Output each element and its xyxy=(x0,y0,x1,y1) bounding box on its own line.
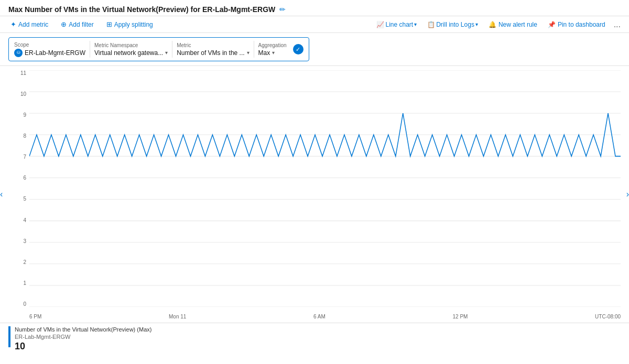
namespace-value-container[interactable]: Virtual network gatewa... ▾ xyxy=(94,49,168,57)
chart-nav-right[interactable]: › xyxy=(626,190,629,199)
chart-area: 11 10 9 8 7 6 5 4 3 2 1 0 xyxy=(8,70,621,323)
new-alert-rule-button[interactable]: 🔔 New alert rule xyxy=(486,20,539,29)
y-axis: 11 10 9 8 7 6 5 4 3 2 1 0 xyxy=(8,70,29,307)
drill-logs-icon: 📋 xyxy=(427,21,435,28)
metric-value: Number of VMs in the ... xyxy=(177,49,244,57)
add-filter-button[interactable]: ⊕ Add filter xyxy=(59,19,95,29)
page-title: Max Number of VMs in the Virtual Network… xyxy=(8,5,275,14)
scope-label: Scope xyxy=(14,42,85,48)
y-label-7: 7 xyxy=(8,154,29,160)
drill-into-logs-button[interactable]: 📋 Drill into Logs ▾ xyxy=(425,20,480,29)
chart-nav-left[interactable]: ‹ xyxy=(0,190,3,199)
metric-dropdown-icon: ▾ xyxy=(247,50,250,56)
add-metric-button[interactable]: ✦ Add metric xyxy=(8,19,50,29)
aggregation-label: Aggregation xyxy=(258,42,287,48)
namespace-dropdown-icon: ▾ xyxy=(165,50,168,56)
scope-value[interactable]: ER-Lab-Mgmt-ERGW xyxy=(25,49,85,57)
aggregation-value: Max xyxy=(258,49,270,57)
scope-section: Scope ⛁ ER-Lab-Mgmt-ERGW xyxy=(14,42,85,57)
line-chart-icon: 📈 xyxy=(376,21,384,28)
metric-label: Metric xyxy=(177,42,249,48)
y-label-1: 1 xyxy=(8,280,29,286)
aggregation-dropdown-icon: ▾ xyxy=(272,50,275,56)
chart-svg xyxy=(29,70,621,307)
pin-icon: 📌 xyxy=(548,21,556,28)
legend-subtitle: ER-Lab-Mgmt-ERGW xyxy=(15,334,151,340)
legend-value: 10 xyxy=(15,341,151,352)
edit-title-icon[interactable]: ✏ xyxy=(279,5,286,14)
more-options-button[interactable]: ... xyxy=(614,20,621,29)
toolbar-right: 📈 Line chart ▾ 📋 Drill into Logs ▾ 🔔 New… xyxy=(374,20,621,29)
add-filter-icon: ⊕ xyxy=(61,20,67,28)
legend-text: Number of VMs in the Virtual Network(Pre… xyxy=(15,326,151,352)
y-label-5: 5 xyxy=(8,196,29,202)
metric-section: Metric Number of VMs in the ... ▾ xyxy=(177,42,249,57)
scope-icon: ⛁ xyxy=(14,49,23,57)
add-metric-icon: ✦ xyxy=(10,20,16,28)
y-label-4: 4 xyxy=(8,217,29,223)
chart-container: ‹ › 11 10 9 8 7 6 5 4 3 2 1 0 xyxy=(0,66,629,323)
metric-value-container[interactable]: Number of VMs in the ... ▾ xyxy=(177,49,249,57)
apply-splitting-icon: ⊞ xyxy=(106,20,112,28)
scope-value-container: ⛁ ER-Lab-Mgmt-ERGW xyxy=(14,49,85,57)
legend-area: Number of VMs in the Virtual Network(Pre… xyxy=(0,323,629,355)
x-label-utc: UTC-08:00 xyxy=(595,314,621,319)
namespace-section: Metric Namespace Virtual network gatewa.… xyxy=(94,42,168,57)
alert-icon: 🔔 xyxy=(489,21,496,28)
y-label-6: 6 xyxy=(8,175,29,181)
x-label-12pm: 12 PM xyxy=(453,314,468,319)
y-label-10: 10 xyxy=(8,91,29,97)
pin-to-dashboard-button[interactable]: 📌 Pin to dashboard xyxy=(546,20,608,29)
x-label-6pm: 6 PM xyxy=(29,314,41,319)
line-chart-chevron: ▾ xyxy=(414,21,417,27)
namespace-value: Virtual network gatewa... xyxy=(94,49,163,57)
chart-inner xyxy=(29,70,621,307)
aggregation-section: Aggregation Max ▾ xyxy=(258,42,287,57)
line-chart-button[interactable]: 📈 Line chart ▾ xyxy=(374,20,419,29)
divider-3 xyxy=(254,41,254,58)
y-label-11: 11 xyxy=(8,70,29,76)
toolbar: ✦ Add metric ⊕ Add filter ⊞ Apply splitt… xyxy=(0,16,629,33)
x-axis: 6 PM Mon 11 6 AM 12 PM UTC-08:00 xyxy=(29,310,621,323)
legend-color-bar xyxy=(8,326,10,347)
page-header: Max Number of VMs in the Virtual Network… xyxy=(0,0,629,16)
y-label-0: 0 xyxy=(8,301,29,307)
legend-title: Number of VMs in the Virtual Network(Pre… xyxy=(15,326,151,333)
aggregation-value-container[interactable]: Max ▾ xyxy=(258,49,287,57)
metric-selector-row: Scope ⛁ ER-Lab-Mgmt-ERGW Metric Namespac… xyxy=(0,33,629,66)
confirm-metric-button[interactable]: ✓ xyxy=(293,44,303,54)
x-label-6am: 6 AM xyxy=(313,314,326,319)
divider-2 xyxy=(172,41,172,58)
namespace-label: Metric Namespace xyxy=(94,42,168,48)
drill-logs-chevron: ▾ xyxy=(475,21,478,27)
y-label-3: 3 xyxy=(8,238,29,244)
y-label-9: 9 xyxy=(8,112,29,118)
toolbar-left: ✦ Add metric ⊕ Add filter ⊞ Apply splitt… xyxy=(8,19,155,29)
y-label-8: 8 xyxy=(8,133,29,139)
apply-splitting-button[interactable]: ⊞ Apply splitting xyxy=(104,19,155,29)
metric-card: Scope ⛁ ER-Lab-Mgmt-ERGW Metric Namespac… xyxy=(8,37,309,61)
divider-1 xyxy=(90,41,90,58)
x-label-mon11: Mon 11 xyxy=(169,314,186,319)
y-label-2: 2 xyxy=(8,259,29,265)
